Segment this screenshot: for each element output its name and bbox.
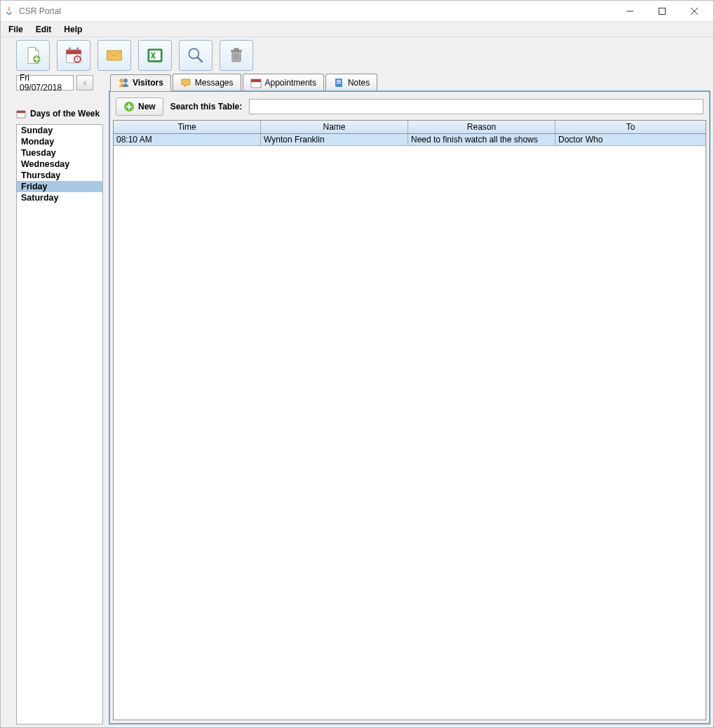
menu-help[interactable]: Help bbox=[59, 23, 87, 36]
days-header-label: Days of the Week bbox=[30, 109, 100, 119]
table-header: Time Name Reason To bbox=[114, 121, 706, 134]
tab-label: Messages bbox=[195, 78, 234, 88]
svg-line-14 bbox=[198, 58, 203, 62]
day-item-thursday[interactable]: Thursday bbox=[17, 170, 102, 181]
mail-button[interactable] bbox=[97, 40, 131, 71]
appointments-icon bbox=[250, 77, 262, 88]
tab-appointments[interactable]: Appointments bbox=[243, 74, 324, 90]
th-time[interactable]: Time bbox=[114, 121, 261, 133]
toolbar bbox=[1, 37, 713, 74]
tab-messages[interactable]: Messages bbox=[173, 74, 241, 90]
day-item-tuesday[interactable]: Tuesday bbox=[17, 147, 102, 159]
tabs: VisitorsMessagesAppointmentsNotes bbox=[109, 74, 710, 90]
search-row: New Search this Table: bbox=[113, 95, 706, 119]
date-picker-button[interactable]: ♀ bbox=[76, 75, 93, 90]
tab-label: Appointments bbox=[265, 78, 316, 88]
messages-icon bbox=[180, 77, 191, 88]
minimize-button[interactable] bbox=[614, 1, 646, 21]
day-item-sunday[interactable]: Sunday bbox=[17, 125, 102, 136]
table-body: 08:10 AMWynton FranklinNeed to finish wa… bbox=[114, 134, 706, 146]
svg-rect-26 bbox=[251, 79, 261, 82]
java-icon bbox=[4, 6, 15, 17]
close-button[interactable] bbox=[678, 1, 710, 21]
date-row: Fri 09/07/2018 ♀ bbox=[4, 74, 106, 92]
calendar-button[interactable] bbox=[57, 40, 90, 71]
svg-rect-29 bbox=[337, 81, 341, 82]
th-to[interactable]: To bbox=[555, 121, 706, 133]
svg-rect-12 bbox=[149, 50, 161, 60]
tab-body: New Search this Table: Time Name Reason … bbox=[109, 90, 710, 724]
app-window: CSR Portal File Edit Help bbox=[0, 0, 714, 728]
titlebar: CSR Portal bbox=[1, 1, 713, 22]
date-field[interactable]: Fri 09/07/2018 bbox=[16, 75, 74, 90]
days-list: SundayMondayTuesdayWednesdayThursdayFrid… bbox=[16, 124, 103, 724]
window-controls bbox=[614, 1, 710, 21]
plus-icon bbox=[123, 101, 135, 112]
svg-rect-22 bbox=[17, 111, 25, 113]
maximize-button[interactable] bbox=[646, 1, 678, 21]
window-title: CSR Portal bbox=[19, 6, 614, 16]
menubar: File Edit Help bbox=[1, 22, 713, 37]
excel-button[interactable] bbox=[138, 40, 172, 71]
svg-rect-7 bbox=[69, 48, 71, 51]
search-button[interactable] bbox=[179, 40, 213, 71]
menu-file[interactable]: File bbox=[4, 23, 28, 36]
days-header: Days of the Week bbox=[4, 95, 106, 121]
svg-point-23 bbox=[119, 79, 123, 83]
new-button-label: New bbox=[138, 102, 156, 112]
menu-edit[interactable]: Edit bbox=[31, 23, 57, 36]
left-panel: Fri 09/07/2018 ♀ Days of the Week Sunday… bbox=[4, 74, 106, 724]
calendar-icon bbox=[16, 109, 26, 119]
table: Time Name Reason To 08:10 AMWynton Frank… bbox=[113, 120, 706, 720]
cell-name: Wynton Franklin bbox=[261, 134, 408, 145]
svg-rect-8 bbox=[76, 48, 79, 51]
tab-label: Visitors bbox=[133, 78, 163, 88]
search-input[interactable] bbox=[249, 99, 703, 114]
key-icon: ♀ bbox=[82, 78, 88, 88]
visitors-icon bbox=[118, 77, 129, 88]
right-panel: VisitorsMessagesAppointmentsNotes New Se… bbox=[109, 74, 710, 724]
notes-icon bbox=[333, 77, 344, 88]
new-button[interactable]: New bbox=[116, 97, 163, 116]
table-row[interactable]: 08:10 AMWynton FranklinNeed to finish wa… bbox=[114, 134, 706, 146]
day-item-wednesday[interactable]: Wednesday bbox=[17, 159, 102, 170]
tab-label: Notes bbox=[348, 78, 370, 88]
cell-to: Doctor Who bbox=[555, 134, 706, 145]
cell-reason: Need to finish watch all the shows bbox=[408, 134, 555, 145]
svg-rect-30 bbox=[337, 83, 341, 83]
svg-rect-6 bbox=[67, 50, 81, 54]
svg-rect-28 bbox=[337, 80, 341, 81]
day-item-monday[interactable]: Monday bbox=[17, 136, 102, 147]
tab-notes[interactable]: Notes bbox=[325, 74, 377, 90]
th-reason[interactable]: Reason bbox=[408, 121, 555, 133]
day-item-friday[interactable]: Friday bbox=[17, 181, 102, 192]
delete-button[interactable] bbox=[220, 40, 253, 71]
content-area: Fri 09/07/2018 ♀ Days of the Week Sunday… bbox=[1, 74, 713, 727]
day-item-saturday[interactable]: Saturday bbox=[17, 192, 102, 203]
search-label: Search this Table: bbox=[170, 102, 242, 112]
svg-point-24 bbox=[123, 79, 128, 83]
svg-point-13 bbox=[189, 48, 198, 58]
new-document-button[interactable] bbox=[16, 40, 50, 71]
svg-rect-1 bbox=[659, 8, 666, 14]
svg-rect-17 bbox=[234, 48, 239, 50]
tab-visitors[interactable]: Visitors bbox=[110, 74, 171, 91]
th-name[interactable]: Name bbox=[261, 121, 408, 133]
cell-time: 08:10 AM bbox=[114, 134, 261, 145]
svg-rect-16 bbox=[231, 50, 242, 52]
